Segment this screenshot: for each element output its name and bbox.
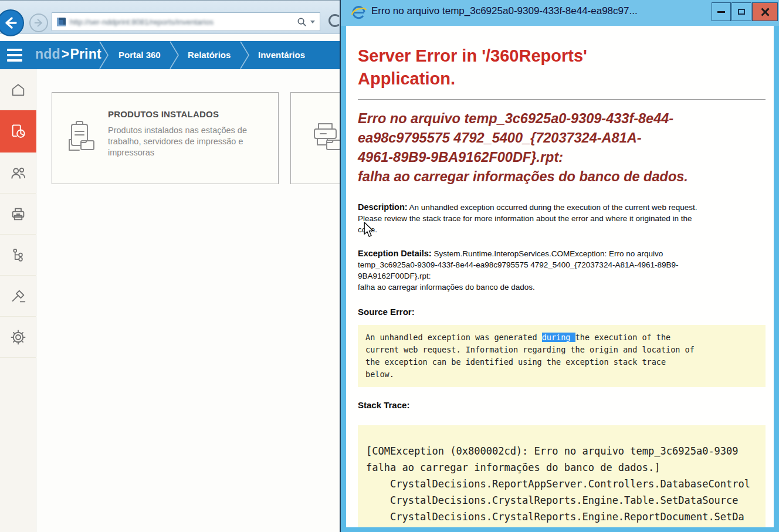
close-icon (761, 8, 770, 16)
breadcrumb-relatorios[interactable]: Relatórios (188, 50, 231, 60)
sidebar-item-reports[interactable] (0, 110, 36, 153)
clipboard-folder-icon (66, 118, 99, 157)
source-error-heading: Source Error: (358, 307, 766, 317)
url-text: http://ser-nddprint:8081/reports/inventa… (70, 18, 297, 26)
stack-trace-line: CrystalDecisions.ReportAppServer.Control… (366, 476, 757, 492)
card-title: PRODUTOS INSTALADOS (108, 109, 219, 119)
refresh-icon[interactable] (328, 14, 341, 27)
maximize-icon (738, 9, 745, 15)
close-button[interactable] (752, 2, 778, 21)
site-favicon (57, 18, 66, 26)
home-icon (10, 82, 26, 98)
exception-details-label: Exception Details: (358, 249, 432, 258)
sidebar-item-workflow[interactable] (0, 235, 36, 276)
popup-titlebar[interactable]: Erro no arquivo temp_3c6925a0-9309-433f-… (341, 0, 779, 26)
printer-folder-icon (309, 121, 344, 156)
error-message-heading: Erro no arquivo temp_3c6925a0-9309-433f-… (358, 109, 766, 187)
selected-text: during (542, 333, 575, 342)
divider (358, 99, 766, 100)
back-button[interactable] (0, 9, 24, 36)
source-error-text-before: An unhandled exception was generated (365, 333, 542, 342)
workflow-icon (10, 247, 26, 263)
stack-trace-line: falha ao carregar informações do banco d… (366, 459, 757, 476)
search-icon[interactable] (297, 17, 307, 27)
card-produtos-instalados[interactable]: PRODUTOS INSTALADOS Produtos instalados … (52, 92, 279, 184)
stack-trace-line: CrystalDecisions.CrystalReports.Engine.R… (366, 509, 757, 525)
logo-ndd: ndd (35, 46, 60, 62)
gavel-icon (9, 287, 27, 305)
reports-icon (9, 123, 27, 140)
exception-details-paragraph: Exception Details: System.Runtime.Intero… (358, 248, 766, 293)
server-error-heading: Server Error in '/360Reports' Applicatio… (358, 45, 766, 90)
minimize-button[interactable] (712, 2, 731, 21)
sidebar-item-users[interactable] (0, 153, 36, 194)
description-label: Description: (358, 202, 408, 212)
address-bar[interactable]: http://ser-nddprint:8081/reports/inventa… (52, 12, 320, 31)
card-description: Produtos instalados nas estações de trab… (108, 125, 269, 158)
stack-trace-box: [COMException (0x800002cd): Erro no arqu… (358, 425, 766, 527)
printer-icon (9, 205, 27, 223)
description-paragraph: Description: An unhandled exception occu… (358, 202, 766, 235)
stack-trace-line: CrystalDecisions.CrystalReports.Engine.T… (366, 492, 757, 509)
sidebar-nav (0, 69, 36, 532)
sidebar-item-printers[interactable] (0, 194, 36, 235)
logo-arrow: > (62, 46, 70, 62)
breadcrumb-chevron-icon (169, 41, 183, 69)
internet-explorer-icon (351, 5, 367, 21)
gear-icon (9, 328, 27, 346)
description-text: An unhandled exception occurred during t… (358, 203, 697, 234)
back-arrow-icon (3, 15, 18, 31)
users-icon (9, 164, 27, 182)
popup-title: Erro no arquivo temp_3c6925a0-9309-433f-… (371, 5, 706, 17)
forward-arrow-icon (33, 18, 44, 28)
minimize-icon (717, 11, 725, 13)
logo-print: Print (70, 46, 101, 62)
error-popup-window: Erro no arquivo temp_3c6925a0-9309-433f-… (341, 0, 779, 532)
breadcrumb-portal-360[interactable]: Portal 360 (118, 50, 161, 60)
error-page-content: Server Error in '/360Reports' Applicatio… (346, 26, 774, 527)
stack-trace-line: [COMException (0x800002cd): Erro no arqu… (366, 443, 757, 459)
screen: http://ser-nddprint:8081/reports/inventa… (0, 0, 779, 532)
breadcrumb-chevron-icon (99, 41, 113, 69)
stack-trace-heading: Stack Trace: (358, 400, 766, 410)
sidebar-item-settings[interactable] (0, 317, 36, 358)
search-dropdown-caret[interactable] (310, 21, 315, 23)
mouse-cursor (362, 222, 376, 238)
source-error-box: An unhandled exception was generated dur… (358, 325, 766, 387)
forward-button[interactable] (29, 13, 48, 32)
sidebar-item-audit[interactable] (0, 276, 36, 317)
breadcrumb-inventarios[interactable]: Inventários (258, 50, 305, 60)
sidebar-item-home[interactable] (0, 69, 36, 110)
menu-button[interactable] (7, 49, 22, 62)
breadcrumb-chevron-icon (239, 41, 253, 69)
app-header: ndd>Print Portal 360 Relatórios Inventár… (0, 41, 387, 69)
maximize-button[interactable] (731, 2, 751, 21)
ndd-print-logo: ndd>Print (35, 46, 101, 62)
